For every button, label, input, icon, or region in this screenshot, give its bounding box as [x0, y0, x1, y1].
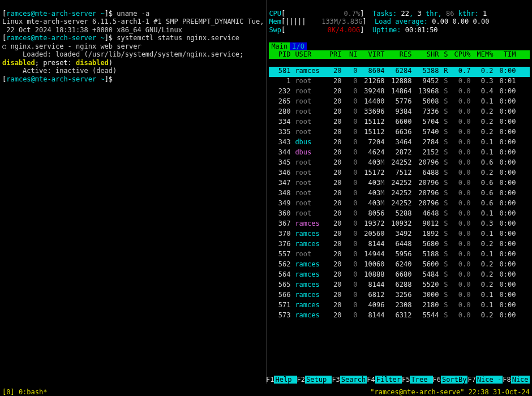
output: ○ nginx.service - nginx web server — [2, 42, 141, 50]
process-row[interactable]: 344dbus200462428722152S0.00.10:00 — [269, 148, 530, 158]
process-row[interactable]: 562ramces2001006062405600S0.00.20:00 — [269, 260, 530, 270]
load-average: Load average: — [375, 18, 432, 25]
output: Active: inactive (dead) — [2, 67, 117, 75]
fkey: F6 — [433, 376, 441, 384]
tab-main[interactable]: Main — [269, 42, 290, 50]
tab-io[interactable]: I/O — [290, 42, 307, 50]
fkey-label[interactable]: Nice - — [476, 376, 503, 384]
fkey-label[interactable]: Nice — [511, 376, 530, 384]
fkey-label[interactable]: Search — [340, 376, 367, 384]
process-row[interactable]: 335root2001511266365740S0.00.20:00 — [269, 128, 530, 138]
fkey: F3 — [332, 376, 340, 384]
process-row[interactable]: 581ramces200860462845388R0.70.20:00 — [269, 67, 530, 77]
process-row[interactable]: 346root2001517275126488S0.00.20:00 — [269, 169, 530, 179]
fkey: F4 — [367, 376, 375, 384]
process-row[interactable]: 232root200392481486413968S0.00.40:00 — [269, 87, 530, 97]
prompt: ramces@mte-arch-server ~ — [6, 75, 104, 83]
process-header[interactable]: PIDUSERPRINIVIRTRESSHRSCPU%MEM%TIM — [269, 50, 530, 59]
process-row[interactable]: 265root2001440057765008S0.00.10:00 — [269, 97, 530, 107]
prompt: ramces@mte-arch-server ~ — [6, 10, 104, 18]
tmux-status-right: "ramces@mte-arch-serve" 22:38 31-Oct-24 — [370, 388, 530, 397]
fkey-label[interactable]: Help — [274, 376, 297, 384]
process-row[interactable]: 376ramces200814464485680S0.00.20:00 — [269, 240, 530, 250]
terminal-left-pane[interactable]: [ramces@mte-arch-server ~]$ uname -a Lin… — [0, 0, 267, 384]
process-row[interactable]: 370ramces2002056034921892S0.00.10:00 — [269, 230, 530, 240]
htop-footer[interactable]: F1Help F2Setup F3SearchF4FilterF5Tree F6… — [266, 376, 532, 384]
swap-meter: Swp — [269, 26, 281, 34]
fkey: F5 — [402, 376, 410, 384]
uptime: Uptime: — [372, 26, 405, 34]
cpu-meter: CPU — [269, 10, 281, 18]
status-disabled: disabled — [76, 59, 109, 67]
process-row[interactable]: 557root2001494459565188S0.00.10:00 — [269, 250, 530, 260]
fkey-label[interactable]: SortBy — [441, 376, 467, 384]
process-row[interactable]: 334root2001511266005704S0.00.20:00 — [269, 118, 530, 128]
command: systemctl status nginx.service — [117, 34, 239, 42]
fkey: F2 — [297, 376, 305, 384]
status-disabled: disabled — [2, 59, 35, 67]
htop-pane[interactable]: CPU[0.7%] Tasks: 22, 3 thr, 86 kthr: 1 M… — [267, 0, 532, 384]
fkey-label[interactable]: Tree — [410, 376, 432, 384]
tasks-label: Tasks: — [372, 10, 401, 18]
process-row[interactable]: 367ramces20019372109329012S0.00.30:00 — [269, 219, 530, 230]
process-row[interactable]: 343dbus200720434642784S0.00.10:00 — [269, 138, 530, 148]
fkey-label[interactable]: Filter — [375, 376, 402, 384]
process-row[interactable]: 360root200805652884648S0.00.10:00 — [269, 209, 530, 219]
command: uname -a — [117, 10, 149, 18]
process-row[interactable]: 348root200403M2425220796S0.00.60:00 — [269, 189, 530, 199]
fkey: F7 — [467, 376, 475, 384]
process-row[interactable]: 345root200403M2425220796S0.00.60:00 — [269, 158, 530, 169]
process-row[interactable]: 573ramces200814463125544S0.00.20:00 — [269, 311, 530, 321]
output: Loaded: loaded (/usr/lib/systemd/system/… — [2, 50, 247, 58]
process-row[interactable]: 280root2003369693847336S0.00.20:00 — [269, 107, 530, 118]
process-row[interactable]: 571ramces200409623082180S0.00.10:00 — [269, 301, 530, 311]
process-row[interactable]: 1root20021268128889452S0.00.30:01 — [269, 77, 530, 87]
fkey: F1 — [266, 376, 274, 384]
output: Linux mte-arch-server 6.11.5-arch1-1 #1 … — [2, 18, 264, 34]
process-row[interactable]: 349root200403M2425220796S0.00.60:00 — [269, 199, 530, 209]
prompt: ramces@mte-arch-server ~ — [6, 34, 104, 42]
process-row[interactable]: 564ramces2001088866805484S0.00.20:00 — [269, 270, 530, 281]
process-row[interactable]: 347root200403M2425220796S0.00.60:00 — [269, 179, 530, 189]
fkey-label[interactable]: Setup — [305, 376, 332, 384]
process-row[interactable]: 566ramces200681232563000S0.00.10:00 — [269, 291, 530, 301]
mem-meter: Mem — [269, 18, 281, 25]
process-row[interactable]: 565ramces200814462885520S0.00.20:00 — [269, 281, 530, 291]
tmux-status-left: [0] 0:bash* — [2, 388, 47, 397]
fkey: F8 — [503, 376, 510, 384]
process-list[interactable]: 581ramces200860462845388R0.70.20:001root… — [269, 67, 530, 321]
